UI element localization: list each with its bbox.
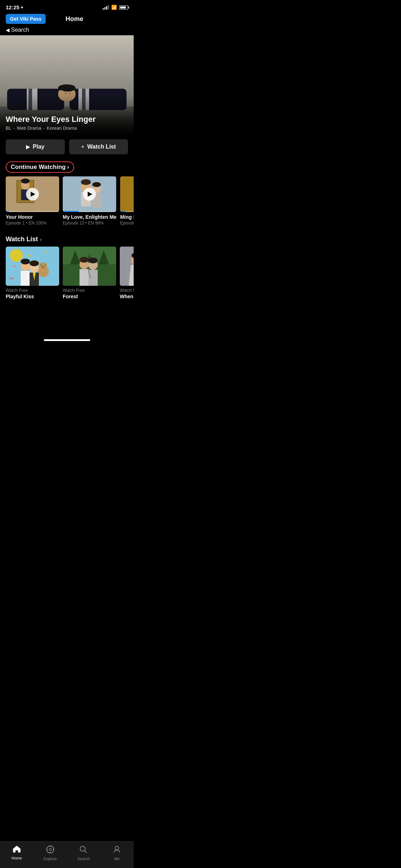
watchlist-thumb-1: ★ ✦ ✦ — [6, 247, 59, 286]
progress-fill-3 — [120, 211, 125, 212]
svg-rect-79 — [63, 247, 116, 286]
continue-watching-chevron: › — [67, 164, 69, 171]
card-title-1: Your Honor — [6, 214, 59, 220]
page-title: Home — [46, 15, 103, 23]
back-nav[interactable]: ◀ Search — [0, 27, 134, 35]
hero-section: Where Your Eyes Linger BL ● Web Drama ● … — [0, 35, 134, 135]
dot-1: ● — [14, 127, 15, 129]
man-thumbnail-art — [120, 247, 134, 286]
hero-title: Where Your Eyes Linger — [6, 115, 128, 124]
card-meta-2: Episode 13 • EN 99% — [63, 221, 117, 226]
lang-2: EN 99% — [88, 221, 104, 226]
progress-fill-1 — [6, 211, 9, 212]
play-button[interactable]: ▶ Play — [6, 139, 65, 154]
plus-icon: + — [81, 144, 84, 150]
watchlist-card-3[interactable]: Watch Free When a Man in Love — [120, 247, 134, 300]
watchlist-thumb-2 — [63, 247, 116, 286]
card-title-3: Ming Dynast — [120, 214, 134, 220]
lang-1: EN 100% — [29, 221, 47, 226]
continue-watching-row: Your Honor Episode 1 • EN 100% — [0, 176, 134, 230]
svg-rect-47 — [120, 176, 134, 212]
card-title-2: My Love, Enlighten Me — [63, 214, 117, 220]
location-icon: ⌖ — [21, 5, 23, 10]
continue-watching-header[interactable]: Continue Watching › — [6, 161, 74, 173]
action-buttons: ▶ Play + Watch List — [0, 135, 134, 159]
status-time: 12:25 — [6, 4, 19, 10]
watchlist-title-3: When a Man in Love — [120, 294, 134, 299]
continue-card-1[interactable]: Your Honor Episode 1 • EN 100% — [6, 176, 59, 226]
dot-2: ● — [43, 127, 45, 129]
watch-list-header[interactable]: Watch List › — [0, 233, 134, 247]
watchlist-title-1: Playful Kiss — [6, 294, 59, 299]
watchlist-thumb-3 — [120, 247, 134, 286]
watch-free-2: Watch Free — [63, 288, 116, 293]
watchlist-card-2[interactable]: Watch Free Forest — [63, 247, 116, 300]
watch-free-3: Watch Free — [120, 288, 134, 293]
episode-1: Episode 1 — [6, 221, 25, 226]
play-overlay-1 — [26, 188, 39, 201]
card-meta-1: Episode 1 • EN 100% — [6, 221, 59, 226]
play-icon: ▶ — [26, 144, 30, 150]
continue-watching-title: Continue Watching — [11, 164, 66, 171]
card-meta-3: Episode 1 • EN — [120, 221, 134, 226]
episode-3: Episode 1 — [120, 221, 134, 226]
watchlist-button[interactable]: + Watch List — [69, 139, 128, 154]
progress-bar-1 — [6, 211, 59, 212]
svg-rect-66 — [6, 247, 59, 286]
progress-fill-2 — [63, 211, 79, 212]
forest-thumbnail-art — [63, 247, 116, 286]
watch-list-title: Watch List — [6, 236, 38, 243]
signal-icon — [103, 5, 109, 10]
progress-bar-3 — [120, 211, 134, 212]
back-search-label: Search — [11, 27, 29, 33]
back-search-button[interactable]: ◀ Search — [6, 27, 128, 33]
watch-list-chevron: › — [40, 237, 42, 242]
home-indicator — [0, 339, 134, 341]
play-triangle-1 — [31, 192, 35, 197]
continue-card-3[interactable]: Ming Dynast Episode 1 • EN — [120, 176, 134, 226]
status-icons: 📶 — [103, 5, 128, 10]
watchlist-label: Watch List — [87, 144, 116, 150]
status-bar: 12:25 ⌖ 📶 — [0, 0, 134, 12]
progress-bar-2 — [63, 211, 116, 212]
watch-list-row: ★ ✦ ✦ — [0, 247, 134, 304]
back-arrow-icon: ◀ — [6, 27, 10, 33]
watchlist-title-2: Forest — [63, 294, 116, 299]
watch-free-1: Watch Free — [6, 288, 59, 293]
status-time-area: 12:25 ⌖ — [6, 4, 23, 10]
hero-tag-korean: Korean Drama — [47, 125, 77, 131]
play-triangle-2 — [88, 192, 92, 197]
watchlist-card-1[interactable]: ★ ✦ ✦ — [6, 247, 59, 300]
continue-thumb-1 — [6, 176, 59, 212]
continue-thumb-3 — [120, 176, 134, 212]
play-overlay-2 — [83, 188, 96, 201]
thumb-bg-3 — [120, 176, 134, 212]
wifi-icon: 📶 — [111, 5, 117, 10]
ming-thumbnail-art — [120, 176, 134, 212]
continue-thumb-2 — [63, 176, 116, 212]
hero-tag-bl: BL — [6, 125, 11, 131]
continue-card-2[interactable]: My Love, Enlighten Me Episode 13 • EN 99… — [63, 176, 117, 226]
playful-thumbnail-art: ★ ✦ ✦ — [6, 247, 59, 286]
svg-rect-88 — [120, 247, 134, 286]
continue-watching-section: Continue Watching › — [0, 159, 134, 230]
play-label: Play — [33, 144, 45, 150]
hero-tags: BL ● Web Drama ● Korean Drama — [6, 125, 128, 131]
hero-overlay: Where Your Eyes Linger BL ● Web Drama ● … — [0, 108, 134, 135]
watch-list-section: Watch List › ★ ✦ ✦ — [0, 233, 134, 304]
nav-header: Get Viki Pass Home — [0, 12, 134, 27]
viki-pass-button[interactable]: Get Viki Pass — [6, 14, 46, 24]
episode-2: Episode 13 — [63, 221, 84, 226]
hero-tag-webdrama: Web Drama — [17, 125, 41, 131]
battery-icon — [119, 5, 128, 10]
